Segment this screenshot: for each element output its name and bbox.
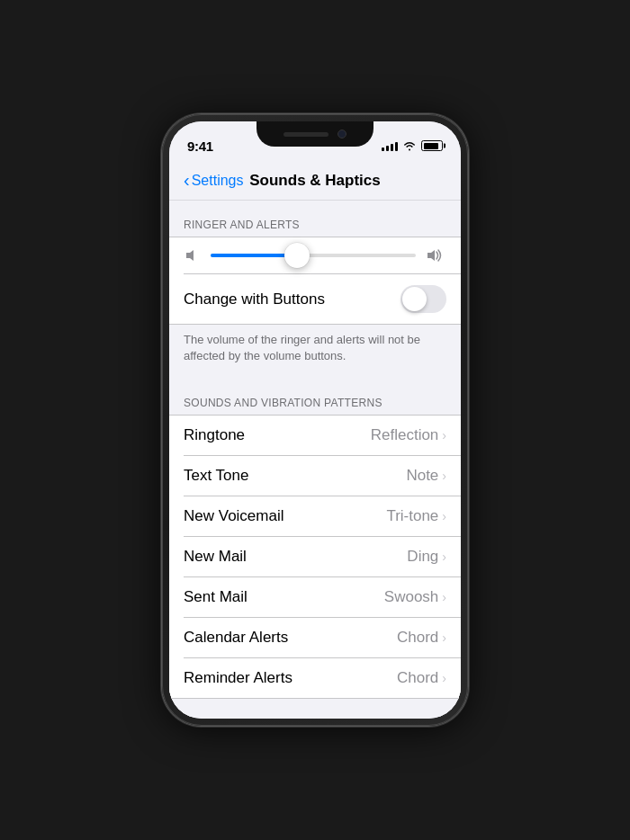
pattern-row[interactable]: Sent MailSwoosh› [169, 577, 461, 617]
wifi-icon [402, 140, 417, 151]
chevron-right-icon: › [442, 671, 446, 685]
status-icons [382, 140, 443, 151]
front-camera [338, 130, 346, 139]
volume-slider-track[interactable] [211, 254, 416, 257]
pattern-row-value-text: Note [406, 467, 438, 485]
pattern-row-value-text: Chord [397, 669, 438, 687]
pattern-row-value: Swoosh› [384, 588, 446, 606]
chevron-right-icon: › [442, 428, 446, 442]
pattern-row[interactable]: New MailDing› [169, 537, 461, 576]
signal-icon [382, 140, 398, 151]
pattern-row-value: Chord› [397, 629, 446, 647]
pattern-row-value-text: Ding [407, 548, 438, 566]
navigation-bar: ‹ Settings Sounds & Haptics [169, 161, 461, 201]
pattern-row-label: Ringtone [184, 426, 245, 444]
phone-frame: 9:41 [162, 114, 468, 726]
chevron-right-icon: › [442, 509, 446, 523]
volume-low-icon [184, 248, 202, 263]
back-label: Settings [192, 173, 244, 189]
volume-card: Change with Buttons [169, 237, 461, 325]
page-title: Sounds & Haptics [249, 172, 380, 190]
settings-content: RINGER AND ALERTS [169, 201, 461, 719]
bottom-spacer [169, 699, 461, 717]
back-button[interactable]: ‹ Settings [184, 172, 243, 189]
change-with-buttons-label: Change with Buttons [184, 290, 325, 308]
chevron-right-icon: › [442, 469, 446, 483]
volume-slider-row [169, 237, 461, 273]
svg-marker-0 [186, 250, 194, 261]
pattern-row-label: New Mail [184, 548, 247, 566]
pattern-row-value-text: Tri-tone [386, 507, 438, 525]
pattern-row-label: Sent Mail [184, 588, 248, 606]
pattern-row-label: Text Tone [184, 467, 248, 485]
ringer-section-header: RINGER AND ALERTS [169, 201, 461, 237]
status-time: 9:41 [187, 139, 213, 154]
svg-marker-1 [428, 250, 435, 261]
pattern-row-value-text: Chord [397, 629, 438, 647]
pattern-row[interactable]: Text ToneNote› [169, 456, 461, 496]
pattern-row-value: Tri-tone› [386, 507, 446, 525]
change-with-buttons-toggle[interactable] [400, 285, 446, 313]
back-chevron-icon: ‹ [184, 171, 190, 189]
pattern-row-label: Calendar Alerts [184, 629, 288, 647]
pattern-row[interactable]: New VoicemailTri-tone› [169, 496, 461, 536]
pattern-row-label: New Voicemail [184, 507, 284, 525]
chevron-right-icon: › [442, 590, 446, 604]
pattern-row-label: Reminder Alerts [184, 669, 292, 687]
chevron-right-icon: › [442, 630, 446, 645]
speaker-grille [284, 132, 328, 137]
battery-icon [421, 140, 443, 151]
pattern-row[interactable]: Reminder AlertsChord› [169, 658, 461, 698]
patterns-card: RingtoneReflection›Text ToneNote›New Voi… [169, 415, 461, 699]
change-with-buttons-row[interactable]: Change with Buttons [169, 274, 461, 324]
pattern-row[interactable]: Calendar AlertsChord› [169, 618, 461, 657]
toggle-knob [402, 287, 427, 311]
change-with-buttons-info: The volume of the ringer and alerts will… [169, 325, 461, 379]
pattern-row-value-text: Swoosh [384, 588, 438, 606]
pattern-row-value: Reflection› [371, 426, 446, 444]
volume-high-icon [425, 248, 446, 263]
pattern-row-value: Ding› [407, 548, 446, 566]
notch [256, 121, 374, 147]
phone-screen: 9:41 [169, 121, 461, 719]
pattern-row-value: Chord› [397, 669, 446, 687]
chevron-right-icon: › [442, 550, 446, 564]
pattern-row[interactable]: RingtoneReflection› [169, 416, 461, 455]
patterns-section-header: SOUNDS AND VIBRATION PATTERNS [169, 379, 461, 415]
pattern-rows-container: RingtoneReflection›Text ToneNote›New Voi… [169, 416, 461, 698]
pattern-row-value-text: Reflection [371, 426, 439, 444]
volume-slider-thumb[interactable] [284, 243, 310, 268]
pattern-row-value: Note› [406, 467, 446, 485]
